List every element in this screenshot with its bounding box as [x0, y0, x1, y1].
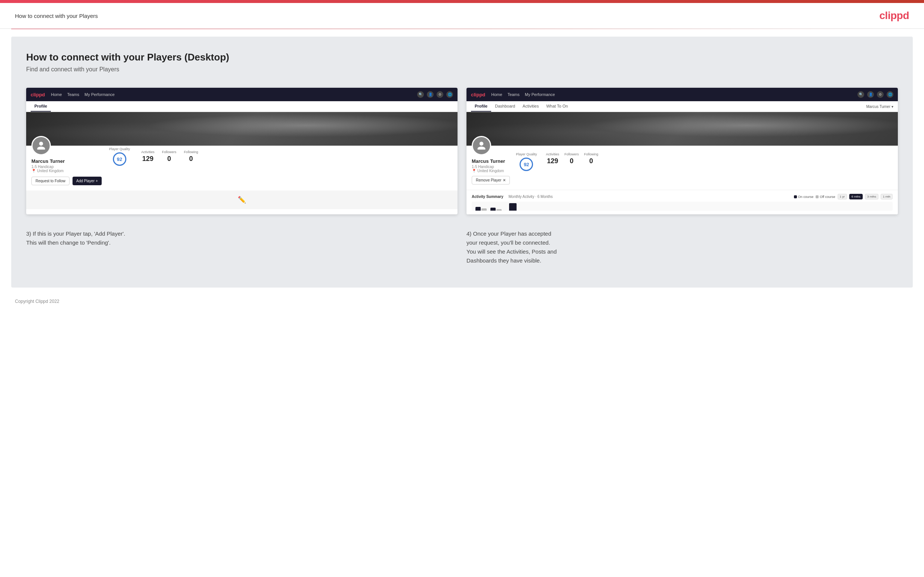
descriptions-row: 3) If this is your Player tap, 'Add Play… — [26, 226, 898, 269]
breadcrumb: How to connect with your Players — [15, 13, 98, 19]
nav-performance-2[interactable]: My Performance — [525, 92, 555, 97]
remove-player-button[interactable]: Remove Player ✕ — [472, 176, 510, 184]
time-btn-1mth[interactable]: 1 mth — [880, 194, 893, 200]
player-location-1: 📍 United Kingdom — [31, 169, 102, 173]
step3-text: 3) If this is your Player tap, 'Add Play… — [26, 229, 457, 247]
header: How to connect with your Players clippd — [0, 3, 924, 29]
search-icon-2[interactable]: 🔍 — [858, 91, 864, 98]
nav-teams-1[interactable]: Teams — [67, 92, 79, 97]
tab-activities-2[interactable]: Activities — [519, 101, 542, 112]
activities-stat-1: Activities 129 — [141, 150, 155, 163]
profile-hero-2 — [467, 112, 898, 146]
player-quality-block-2: Player Quality 92 — [516, 152, 537, 171]
on-course-dot — [794, 195, 797, 198]
player-name-1: Marcus Turner — [31, 158, 102, 164]
nav-home-1[interactable]: Home — [51, 92, 62, 97]
legend-on-course: On course — [794, 195, 814, 199]
user-icon-2[interactable]: 👤 — [867, 91, 874, 98]
globe-icon-2[interactable]: 🌐 — [887, 91, 893, 98]
tab-profile-2[interactable]: Profile — [471, 101, 491, 112]
chart-bar-1 — [475, 207, 481, 211]
activity-header: Activity Summary Monthly Activity · 6 Mo… — [472, 194, 893, 200]
player-location-2: 📍 United Kingdom — [472, 169, 510, 173]
off-course-dot — [816, 195, 819, 198]
user-icon-1[interactable]: 👤 — [427, 91, 434, 98]
profile-info-1: Marcus Turner 1-5 Handicap 📍 United King… — [26, 146, 457, 190]
legend-off-course: Off course — [816, 195, 835, 199]
description-step3: 3) If this is your Player tap, 'Add Play… — [26, 226, 457, 269]
time-btn-3mths[interactable]: 3 mths — [865, 194, 879, 200]
action-buttons-1: Request to Follow Add Player + — [31, 177, 102, 185]
player-handicap-2: 1-5 Handicap — [472, 165, 510, 169]
avatar-2 — [472, 136, 510, 155]
main-content: How to connect with your Players (Deskto… — [11, 37, 913, 288]
nav-performance-1[interactable]: My Performance — [84, 92, 115, 97]
top-accent-bar — [0, 0, 924, 3]
page-subtitle: Find and connect with your Players — [26, 66, 898, 73]
app-navbar-2: clippd Home Teams My Performance 🔍 👤 ⚙ 🌐 — [467, 88, 898, 101]
settings-icon-2[interactable]: ⚙ — [877, 91, 884, 98]
user-selector-2[interactable]: Marcus Turner ▾ — [866, 105, 893, 109]
stats-row-1: Player Quality 92 Activities 129 Followe… — [109, 147, 198, 166]
nav-items-2: Home Teams My Performance — [491, 92, 851, 97]
clippd-logo: clippd — [880, 10, 909, 22]
chart-bar-2 — [481, 208, 487, 211]
nav-items-1: Home Teams My Performance — [51, 92, 411, 97]
app-tabs-1: Profile — [26, 101, 457, 112]
screenshot-footer-1: ✏️ — [26, 190, 457, 209]
following-stat-1: Following 0 — [184, 150, 198, 163]
add-player-button[interactable]: Add Player + — [73, 177, 102, 185]
left-col-2: Marcus Turner 1-5 Handicap 📍 United King… — [472, 146, 510, 184]
nav-icons-2: 🔍 👤 ⚙ 🌐 — [858, 91, 893, 98]
nav-icons-1: 🔍 👤 ⚙ 🌐 — [417, 91, 453, 98]
nav-home-2[interactable]: Home — [491, 92, 502, 97]
nav-teams-2[interactable]: Teams — [507, 92, 520, 97]
tab-profile-1[interactable]: Profile — [31, 101, 51, 112]
time-btn-1yr[interactable]: 1 yr — [838, 194, 847, 200]
tab-dashboard-2[interactable]: Dashboard — [491, 101, 519, 112]
player-quality-block-1: Player Quality 92 — [109, 147, 130, 166]
player-handicap-1: 1-5 Handicap — [31, 165, 102, 169]
settings-icon-1[interactable]: ⚙ — [436, 91, 443, 98]
globe-icon-1[interactable]: 🌐 — [446, 91, 453, 98]
chart-bar-4 — [496, 209, 502, 211]
copyright-text: Copyright Clippd 2022 — [15, 299, 60, 304]
location-icon-1: 📍 — [31, 169, 36, 173]
search-icon-1[interactable]: 🔍 — [417, 91, 424, 98]
player-name-2: Marcus Turner — [472, 158, 510, 164]
following-stat-2: Following 0 — [584, 152, 598, 165]
request-follow-button[interactable]: Request to Follow — [31, 177, 69, 185]
chart-area — [472, 201, 893, 211]
app-logo-1: clippd — [31, 92, 45, 97]
app-tabs-2: Profile Dashboard Activities What To On … — [467, 101, 898, 112]
activity-controls: On course Off course 1 yr 6 mths 3 mths … — [794, 194, 893, 200]
screenshots-row: clippd Home Teams My Performance 🔍 👤 ⚙ 🌐… — [26, 88, 898, 214]
tab-what-to-on-2[interactable]: What To On — [542, 101, 572, 112]
app-logo-2: clippd — [471, 92, 485, 97]
avatar-1 — [31, 136, 102, 155]
chart-bar-5 — [509, 203, 517, 211]
followers-stat-1: Followers 0 — [162, 150, 176, 163]
time-btn-6mths[interactable]: 6 mths — [849, 194, 863, 200]
header-separator — [11, 29, 913, 29]
followers-stat-2: Followers 0 — [564, 152, 579, 165]
app-navbar-1: clippd Home Teams My Performance 🔍 👤 ⚙ 🌐 — [26, 88, 457, 101]
pen-icon-1: ✏️ — [238, 196, 246, 204]
close-icon: ✕ — [503, 178, 506, 182]
tabs-group-2: Profile Dashboard Activities What To On — [471, 101, 572, 112]
profile-info-2: Marcus Turner 1-5 Handicap 📍 United King… — [467, 146, 898, 190]
description-step4: 4) Once your Player has acceptedyour req… — [467, 226, 898, 269]
activity-summary: Activity Summary Monthly Activity · 6 Mo… — [467, 190, 898, 214]
activities-stat-2: Activities 129 — [546, 152, 559, 165]
pq-circle-1: 92 — [113, 152, 126, 166]
screenshot-2: clippd Home Teams My Performance 🔍 👤 ⚙ 🌐… — [467, 88, 898, 214]
profile-hero-overlay-2 — [467, 112, 898, 146]
screenshot-1: clippd Home Teams My Performance 🔍 👤 ⚙ 🌐… — [26, 88, 457, 214]
activity-title: Activity Summary — [472, 195, 503, 199]
activity-period: Monthly Activity · 6 Months — [508, 195, 552, 199]
right-col-2: Player Quality 92 Activities 129 Followe… — [516, 146, 893, 171]
page-title: How to connect with your Players (Deskto… — [26, 52, 898, 63]
chart-bar-3 — [490, 208, 496, 211]
step4-text: 4) Once your Player has acceptedyour req… — [467, 229, 898, 265]
pq-circle-2: 92 — [520, 158, 533, 171]
